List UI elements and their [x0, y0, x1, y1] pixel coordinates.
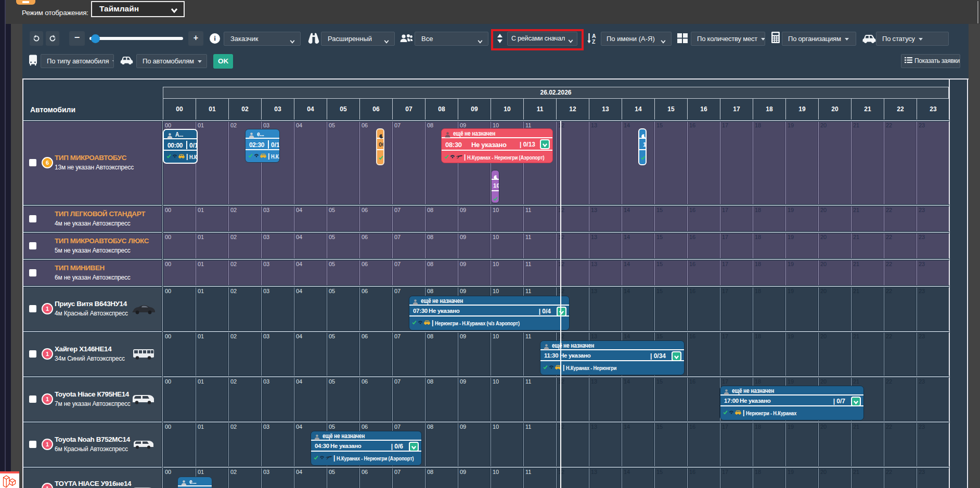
svg-text:A: A — [592, 33, 596, 39]
svg-text:Z: Z — [592, 38, 596, 45]
